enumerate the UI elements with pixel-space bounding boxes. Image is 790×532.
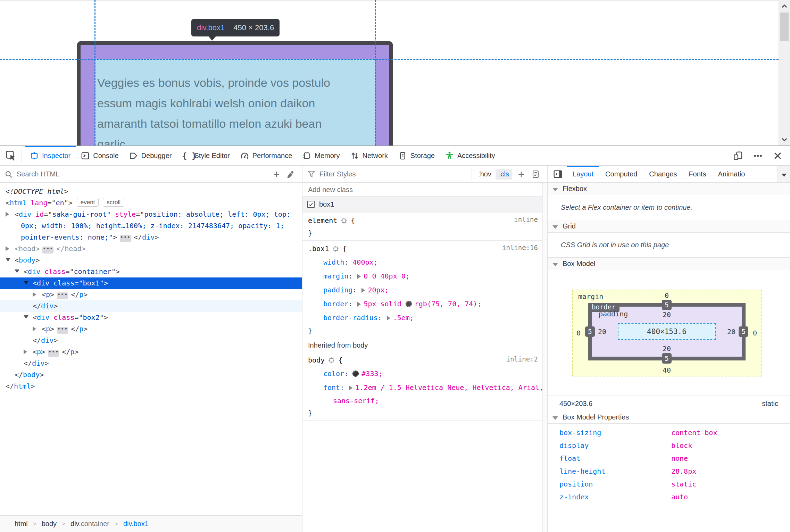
tree-node[interactable]: </body>: [0, 369, 302, 381]
checkbox-checked-icon[interactable]: [307, 201, 315, 208]
all-tabs-dropdown[interactable]: [777, 166, 790, 182]
tab-debugger[interactable]: Debugger: [124, 146, 177, 165]
tab-performance[interactable]: Performance: [235, 146, 298, 165]
margin-bottom-value[interactable]: 40: [663, 366, 671, 374]
collapsed-ellipsis-button[interactable]: [48, 350, 59, 357]
property-name[interactable]: padding: [323, 286, 352, 294]
tree-node[interactable]: </div>: [0, 300, 302, 312]
sidebar-tab-layout[interactable]: Layout: [567, 166, 599, 182]
css-declaration[interactable]: width: 400px;: [302, 255, 542, 269]
rules-scrollbar-gutter[interactable]: [542, 183, 547, 532]
add-rule-icon[interactable]: [517, 171, 525, 178]
tree-node[interactable]: 0px; width: 100%; height…100%; z-index: …: [0, 220, 302, 232]
tree-node[interactable]: </div>: [0, 358, 302, 369]
box-model-border-box[interactable]: border 5 5 5 5 padding 20 20 20 20 400×1…: [588, 303, 746, 360]
sidebar-tab-animations[interactable]: Animatio: [712, 166, 751, 182]
highlight-selector-icon[interactable]: [332, 243, 339, 250]
eyedropper-icon[interactable]: [287, 171, 294, 178]
highlight-selector-icon[interactable]: [341, 215, 347, 222]
breadcrumb-item[interactable]: body: [42, 520, 57, 528]
scrollbar-thumb[interactable]: [780, 13, 789, 41]
property-name[interactable]: width: [323, 258, 344, 266]
twisty-icon[interactable]: [6, 246, 9, 251]
collapsed-ellipsis-button[interactable]: [57, 327, 68, 334]
twisty-icon[interactable]: [6, 212, 9, 217]
tree-node[interactable]: pointer-events: none;"></div>: [0, 232, 302, 243]
tree-node[interactable]: </html>: [0, 381, 302, 392]
collapsed-ellipsis-button[interactable]: [120, 235, 131, 242]
border-left-value[interactable]: 5: [585, 326, 595, 337]
property-value[interactable]: 400px: [352, 258, 373, 266]
css-declaration[interactable]: font: 1.2em / 1.5 Helvetica Neue, Helvet…: [302, 381, 542, 394]
tab-storage[interactable]: Storage: [393, 146, 440, 165]
scroll-up-arrow-icon[interactable]: [781, 3, 788, 10]
class-toggle[interactable]: .cls: [496, 169, 512, 180]
color-swatch[interactable]: [406, 301, 412, 307]
rule-selector[interactable]: .box1: [308, 244, 329, 253]
breadcrumb-item[interactable]: html: [15, 520, 28, 528]
expand-twisty-icon[interactable]: [357, 274, 361, 279]
filter-styles-input[interactable]: [319, 170, 467, 178]
padding-top-value[interactable]: 20: [663, 310, 671, 319]
sidebar-tab-computed[interactable]: Computed: [599, 166, 643, 182]
search-html-input[interactable]: [16, 170, 261, 178]
tree-node[interactable]: <p></p>: [0, 323, 302, 335]
expand-twisty-icon[interactable]: [357, 302, 361, 307]
tree-node[interactable]: <div class="box2">: [0, 312, 302, 323]
tree-node[interactable]: <p></p>: [0, 346, 302, 358]
css-declaration[interactable]: color: #333;: [302, 367, 542, 381]
border-top-value[interactable]: 5: [662, 300, 672, 310]
property-value[interactable]: 20px: [368, 286, 384, 294]
property-value[interactable]: .5em: [393, 314, 410, 322]
property-name[interactable]: border: [323, 300, 348, 308]
tree-node[interactable]: </div>: [0, 335, 302, 346]
tab-network[interactable]: Network: [345, 146, 393, 165]
tree-node[interactable]: <!DOCTYPE html>: [0, 186, 302, 197]
tree-node[interactable]: <head></head>: [0, 243, 302, 255]
twisty-icon[interactable]: [33, 326, 36, 331]
box-model-margin-box[interactable]: margin 0 40 0 0 border 5 5 5 5 padding 2…: [572, 290, 762, 376]
highlight-selector-icon[interactable]: [328, 355, 335, 361]
css-declaration[interactable]: margin: 0 0 40px 0;: [302, 269, 542, 283]
color-swatch[interactable]: [352, 371, 359, 377]
twisty-icon[interactable]: [15, 269, 19, 273]
grid-section-header[interactable]: Grid: [548, 220, 790, 233]
collapsed-ellipsis-button[interactable]: [57, 292, 68, 299]
tab-inspector[interactable]: Inspector: [25, 146, 76, 165]
twisty-icon[interactable]: [24, 281, 28, 284]
property-value[interactable]: #333: [361, 369, 378, 378]
property-name[interactable]: border-radius: [323, 314, 378, 322]
border-bottom-value[interactable]: 5: [662, 353, 672, 364]
meatball-menu-icon[interactable]: [753, 151, 763, 160]
rule-selector[interactable]: body: [308, 356, 325, 364]
twisty-icon[interactable]: [6, 258, 10, 261]
css-declaration[interactable]: padding: 20px;: [302, 283, 542, 297]
twisty-icon[interactable]: [33, 292, 36, 297]
sidebar-tab-fonts[interactable]: Fonts: [683, 166, 712, 182]
expand-twisty-icon[interactable]: [361, 288, 365, 293]
margin-top-value[interactable]: 0: [665, 291, 669, 300]
box-model-content-box[interactable]: 400×153.6: [618, 323, 716, 340]
box-model-properties-header[interactable]: Box Model Properties: [548, 411, 790, 424]
add-new-class-row[interactable]: Add new class: [302, 183, 542, 197]
css-declaration[interactable]: border: 5px solid rgb(75, 70, 74);: [302, 297, 542, 311]
margin-left-value[interactable]: 0: [576, 329, 581, 337]
property-value[interactable]: 5px solid: [364, 300, 405, 308]
rule-selector[interactable]: element: [308, 216, 337, 225]
badge-event[interactable]: event: [77, 198, 99, 207]
expand-twisty-icon[interactable]: [387, 316, 390, 321]
tab-console[interactable]: Console: [76, 146, 124, 165]
stylesheet-link[interactable]: inline:16: [502, 244, 538, 251]
tree-node[interactable]: <html lang="en">eventscroll: [0, 197, 302, 209]
tree-node[interactable]: <div class="container">: [0, 266, 302, 277]
breadcrumb-item[interactable]: div.box1: [123, 520, 149, 528]
tab-memory[interactable]: Memory: [297, 146, 345, 165]
sidebar-tab-changes[interactable]: Changes: [643, 166, 683, 182]
twisty-icon[interactable]: [24, 349, 27, 354]
print-simulation-icon[interactable]: [532, 170, 540, 178]
tree-node[interactable]: <body>: [0, 255, 302, 266]
responsive-design-mode-icon[interactable]: [733, 151, 743, 160]
pseudo-class-toggle[interactable]: :hov: [478, 170, 491, 178]
pick-element-button[interactable]: [3, 146, 19, 165]
property-name[interactable]: color: [323, 369, 344, 378]
